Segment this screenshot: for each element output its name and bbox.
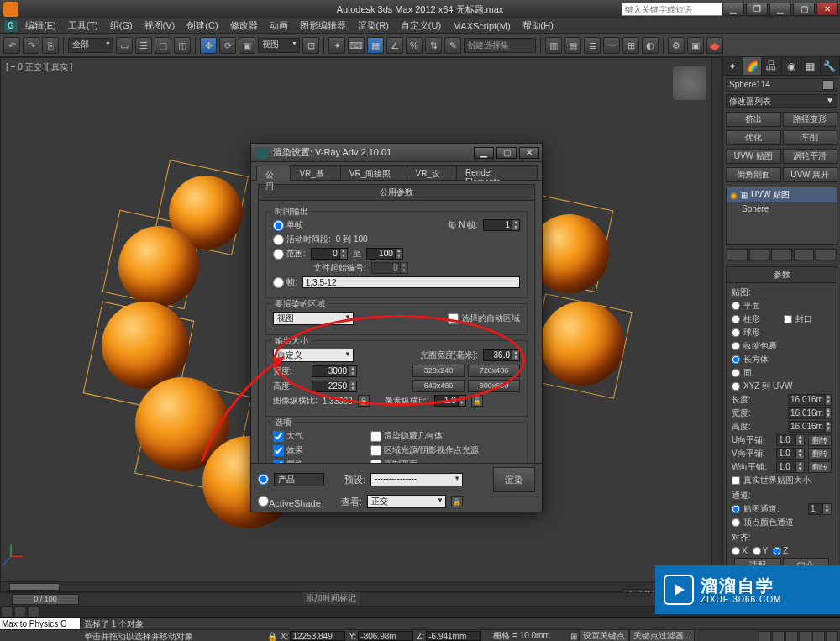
time-slider-thumb[interactable]: 0 / 100 <box>12 594 79 605</box>
force2side-checkbox[interactable] <box>370 460 381 464</box>
named-sel-input[interactable] <box>464 38 536 53</box>
coord-lock-icon[interactable]: 🔒 <box>265 632 279 641</box>
stack-item-uvwmap[interactable]: ◉⊞UVW 贴图 <box>727 187 837 202</box>
wflip-button[interactable]: 翻转 <box>808 461 832 473</box>
frames-radio[interactable] <box>273 277 284 288</box>
length-spinner[interactable]: 16.016m▲▼ <box>788 394 832 406</box>
effects-checkbox[interactable] <box>273 445 284 456</box>
render-button[interactable]: 渲染 <box>493 467 535 492</box>
atmos-checkbox[interactable] <box>273 431 284 442</box>
display-tab[interactable]: ▦ <box>801 57 821 75</box>
menu-views[interactable]: 视图(V) <box>139 18 181 33</box>
axis-y-radio[interactable] <box>753 547 761 555</box>
tab-common[interactable]: 公用 <box>256 166 291 181</box>
menu-edit[interactable]: 编辑(E) <box>20 18 61 33</box>
menu-modifiers[interactable]: 修改器 <box>225 18 263 33</box>
menu-help[interactable]: 帮助(H) <box>517 18 559 33</box>
every-n-spinner[interactable]: 1▲▼ <box>483 219 520 231</box>
material-editor-button[interactable]: ◐ <box>642 37 659 54</box>
configure-sets-button[interactable] <box>816 249 837 260</box>
single-frame-radio[interactable] <box>273 220 284 231</box>
setkey-button[interactable]: 设置关键点 <box>579 629 629 641</box>
area-select[interactable]: 视图 <box>273 312 354 325</box>
menu-tools[interactable]: 工具(T) <box>63 18 103 33</box>
height-spinner[interactable]: 16.016m▲▼ <box>788 421 832 433</box>
schematic-button[interactable]: ⊞ <box>622 37 639 54</box>
addtime-button[interactable]: 添加时间标记 <box>302 592 360 604</box>
menu-customize[interactable]: 自定义(U) <box>396 18 446 33</box>
menu-grapheditors[interactable]: 图形编辑器 <box>295 18 351 33</box>
app-menu-button[interactable]: G <box>3 19 18 33</box>
minimize2-button[interactable]: ▁ <box>769 3 791 16</box>
y-coord-input[interactable]: -806.98m <box>358 631 413 641</box>
modify-tab[interactable]: 🌈 <box>743 57 762 75</box>
sphere-object[interactable] <box>102 302 189 389</box>
frames-input[interactable] <box>302 276 520 288</box>
vflip-button[interactable]: 翻转 <box>808 448 832 460</box>
select-region-button[interactable]: ▢ <box>155 37 171 54</box>
dialog-minimize-button[interactable]: ▁ <box>474 147 494 159</box>
file-start-spinner[interactable]: 0▲▼ <box>371 262 408 274</box>
select-button[interactable]: ▭ <box>116 37 133 54</box>
active-seg-radio[interactable] <box>273 234 284 245</box>
map-sph-radio[interactable] <box>732 328 740 337</box>
params-rollup-header[interactable]: 参数 <box>726 266 837 283</box>
range-radio[interactable] <box>273 249 284 260</box>
track-btn-3[interactable] <box>28 607 39 617</box>
motion-tab[interactable]: ◉ <box>782 57 801 75</box>
redo-button[interactable]: ↷ <box>23 37 39 54</box>
cap-checkbox[interactable] <box>784 315 792 323</box>
tab-vrbase[interactable]: VR_基项 <box>290 165 340 180</box>
track-btn-2[interactable] <box>14 607 26 617</box>
dialog-max-button[interactable]: ▢ <box>496 147 517 159</box>
map-box-radio[interactable] <box>732 355 740 364</box>
viewport-vscroll[interactable] <box>711 58 722 581</box>
object-color-swatch[interactable] <box>822 80 834 90</box>
maximize-button[interactable]: ▢ <box>793 3 815 16</box>
aperture-spinner[interactable]: 36.0▲▼ <box>483 349 520 361</box>
nav-zoom-button[interactable] <box>772 631 785 642</box>
curve-editor-button[interactable]: 〰 <box>603 37 620 54</box>
preset-uvwmap[interactable]: UVW 贴图 <box>726 149 781 164</box>
preset-lathe[interactable]: 车削 <box>783 130 838 145</box>
render-setup-button[interactable]: ⚙ <box>668 37 685 54</box>
rotate-button[interactable]: ⟳ <box>219 37 236 54</box>
ref-coord-select[interactable]: 视图 <box>258 38 300 53</box>
arealight-checkbox[interactable] <box>370 445 381 456</box>
tab-renderelements[interactable]: Render Elements <box>456 165 538 180</box>
view-lock-button[interactable]: 🔒 <box>451 496 463 507</box>
pixel-aspect-spinner[interactable]: 1.0▲▼ <box>434 395 466 407</box>
create-tab[interactable]: ✦ <box>723 57 743 75</box>
preset-pathdeform[interactable]: 路径变形 <box>783 112 838 127</box>
menu-maxscript[interactable]: MAXScript(M) <box>448 20 515 32</box>
tab-vrsettings[interactable]: VR_设置 <box>407 165 457 180</box>
spinner-snap-button[interactable]: ⇅ <box>425 37 442 54</box>
nav-fov-button[interactable] <box>799 631 811 642</box>
selection-filter[interactable]: 全部 <box>68 38 113 53</box>
output-width-spinner[interactable]: 3000▲▼ <box>312 365 357 377</box>
edit-named-sel-button[interactable]: ✎ <box>444 37 461 54</box>
image-aspect-lock[interactable]: 🔒 <box>358 395 370 407</box>
remove-mod-button[interactable] <box>794 249 815 260</box>
range-to-spinner[interactable]: 100▲▼ <box>366 248 403 260</box>
map-planar-radio[interactable] <box>732 302 740 310</box>
realworld-checkbox[interactable] <box>732 476 740 485</box>
dialog-titlebar[interactable]: 渲染设置: V-Ray Adv 2.10.01 ▁ ▢ ✕ <box>251 144 542 162</box>
restore-button[interactable]: ❐ <box>746 3 768 16</box>
snap-percent-button[interactable]: % <box>406 37 423 54</box>
view-select[interactable]: 正交 <box>367 495 446 508</box>
window-crossing-button[interactable]: ◫ <box>174 37 191 54</box>
mirror-button[interactable]: ▥ <box>545 37 562 54</box>
nav-max-button[interactable] <box>826 631 838 642</box>
modifier-list-select[interactable]: 修改器列表▼ <box>726 94 837 108</box>
uflip-button[interactable]: 翻转 <box>808 434 832 446</box>
render-button[interactable]: 🫖 <box>706 37 723 54</box>
preset-turbosmooth[interactable]: 涡轮平滑 <box>783 149 838 164</box>
pivot-button[interactable]: ⊡ <box>302 37 319 54</box>
render-frame-button[interactable]: ▣ <box>687 37 704 54</box>
preset-720x486[interactable]: 720x486 <box>468 365 520 377</box>
production-radio[interactable] <box>258 474 269 485</box>
make-unique-button[interactable] <box>771 249 792 260</box>
preset-extrude[interactable]: 挤出 <box>726 112 781 127</box>
menu-create[interactable]: 创建(C) <box>181 18 223 33</box>
